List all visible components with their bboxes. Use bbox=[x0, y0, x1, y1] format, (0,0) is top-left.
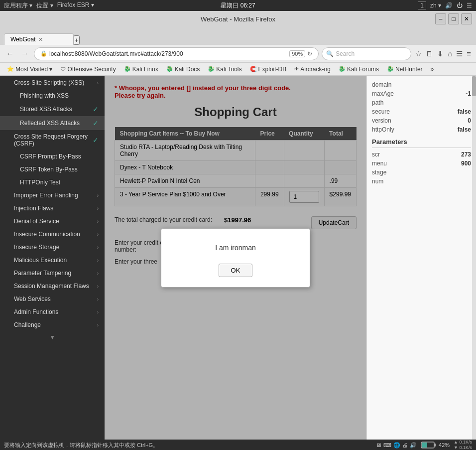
bookmark-label: Kali Tools bbox=[216, 66, 241, 73]
arrow-icon: › bbox=[97, 80, 99, 86]
battery-percent: 42% bbox=[439, 442, 450, 448]
audio-icon[interactable]: 🔊 bbox=[445, 2, 453, 9]
sidebar-item-xss[interactable]: Cross-Site Scripting (XSS) › bbox=[0, 76, 105, 89]
maximize-button[interactable]: □ bbox=[448, 13, 459, 24]
svg-rect-2 bbox=[422, 443, 427, 448]
sidebar-item-improper-error[interactable]: Improper Error Handling › bbox=[0, 189, 105, 202]
sidebar-label: Admin Functions bbox=[14, 308, 58, 315]
nethunter-icon: 🐉 bbox=[387, 66, 394, 72]
url-bar[interactable]: 🔒 localhost:8080/WebGoat/start.mvc#attac… bbox=[34, 47, 319, 60]
scrollbar-thumb[interactable] bbox=[472, 76, 476, 96]
sidebar-item-stored-xss[interactable]: Stored XSS Attacks ✓ bbox=[0, 102, 105, 116]
power-icon[interactable]: ⏻ bbox=[457, 2, 463, 9]
battery-icon bbox=[421, 441, 437, 449]
sidebar-item-param-tampering[interactable]: Parameter Tampering › bbox=[0, 267, 105, 280]
kali-tools-icon: 🐉 bbox=[208, 66, 215, 72]
tab-close-icon[interactable]: ✕ bbox=[38, 36, 43, 43]
sidebar-label: Reflected XSS Attacks bbox=[20, 120, 80, 127]
browser-chrome: WebGoat - Mozilla Firefox – □ ✕ WebGoat … bbox=[0, 11, 476, 76]
sidebar-label: Challenge bbox=[14, 321, 41, 328]
back-button[interactable]: ← bbox=[4, 48, 16, 59]
sidebar-item-admin-functions[interactable]: Admin Functions › bbox=[0, 305, 105, 318]
sidebar-item-insecure-storage[interactable]: Insecure Storage › bbox=[0, 241, 105, 254]
sidebar-label: Cross Site Request Forgery (CSRF) bbox=[14, 133, 93, 147]
more-label: » bbox=[431, 66, 434, 73]
reload-icon[interactable]: ↻ bbox=[307, 50, 312, 57]
new-tab-button[interactable]: + bbox=[74, 35, 80, 45]
os-topbar: 应用程序 ▾ 位置 ▾ Firefox ESR ▾ 星期日 06:27 1 zh… bbox=[0, 0, 476, 11]
kali-docs-icon: 🐉 bbox=[166, 66, 173, 72]
sidebar-label: Denial of Service bbox=[14, 218, 59, 225]
sidebar-item-challenge[interactable]: Challenge › bbox=[0, 318, 105, 331]
printer-icon: 🖨 bbox=[402, 442, 408, 449]
arrow-icon: › bbox=[97, 245, 99, 250]
monitor-icon: 🖥 bbox=[376, 442, 381, 449]
star-icon: ⭐ bbox=[7, 66, 14, 72]
bookmark-kali-docs[interactable]: 🐉 Kali Docs bbox=[163, 65, 203, 74]
sidebar-scroll-down[interactable]: ▾ bbox=[0, 331, 105, 343]
bookmark-exploit-db[interactable]: 🧲 Exploit-DB bbox=[247, 65, 290, 74]
browser-titlebar: WebGoat - Mozilla Firefox – □ ✕ bbox=[0, 11, 476, 27]
language-indicator[interactable]: zh ▾ bbox=[430, 2, 441, 9]
sidebar-item-csrf-token[interactable]: CSRF Token By-Pass bbox=[0, 163, 105, 176]
download-icon[interactable]: ⬇ bbox=[436, 48, 445, 59]
tab-label: WebGoat bbox=[10, 36, 35, 43]
bookmark-star-icon[interactable]: ☆ bbox=[414, 48, 423, 59]
arrow-icon: › bbox=[97, 219, 99, 224]
bookmark-most-visited[interactable]: ⭐ Most Visited ▾ bbox=[4, 65, 55, 74]
modal-overlay: I am ironman OK bbox=[105, 76, 366, 440]
reader-mode-icon[interactable]: 🗒 bbox=[425, 48, 434, 59]
bookmark-kali-tools[interactable]: 🐉 Kali Tools bbox=[205, 65, 244, 74]
tab-webgoat[interactable]: WebGoat ✕ bbox=[4, 33, 74, 45]
pocket-icon[interactable]: ☰ bbox=[455, 48, 464, 59]
panel-field-httponly: httpOnly false bbox=[372, 126, 471, 133]
sidebar-item-malicious-exec[interactable]: Malicious Execution › bbox=[0, 254, 105, 267]
arrow-icon: › bbox=[97, 284, 99, 289]
sidebar-item-csrf[interactable]: Cross Site Request Forgery (CSRF) ✓ bbox=[0, 130, 105, 150]
sidebar-item-dos[interactable]: Denial of Service › bbox=[0, 215, 105, 228]
home-icon[interactable]: ⌂ bbox=[447, 48, 453, 59]
panel-field-secure: secure false bbox=[372, 108, 471, 115]
panel-value: 0 bbox=[468, 117, 471, 124]
secure-icon: 🔒 bbox=[40, 50, 47, 57]
system-menu[interactable]: ☰ bbox=[467, 2, 472, 9]
zoom-level: 90% bbox=[289, 50, 305, 57]
minimize-button[interactable]: – bbox=[435, 13, 446, 24]
nav-icons: ☆ 🗒 ⬇ ⌂ ☰ ≡ bbox=[414, 48, 472, 59]
modal-ok-button[interactable]: OK bbox=[219, 264, 253, 277]
sidebar-item-web-services[interactable]: Web Services › bbox=[0, 293, 105, 305]
net-up: ▲ 0.1K/s bbox=[454, 440, 472, 445]
sidebar-item-httponly[interactable]: HTTPOnly Test bbox=[0, 176, 105, 189]
arrow-icon: › bbox=[97, 232, 99, 237]
menu-icon[interactable]: ≡ bbox=[466, 48, 472, 59]
keyboard-icon: ⌨ bbox=[383, 442, 391, 449]
network-icon: 🌐 bbox=[393, 442, 400, 449]
bookmark-label: Exploit-DB bbox=[258, 66, 287, 73]
arrow-icon: › bbox=[97, 206, 99, 211]
close-button[interactable]: ✕ bbox=[461, 13, 472, 24]
bookmark-nethunter[interactable]: 🐉 NetHunter bbox=[384, 65, 426, 74]
bookmark-kali-forums[interactable]: 🐉 Kali Forums bbox=[336, 65, 382, 74]
sidebar-item-injection[interactable]: Injection Flaws › bbox=[0, 202, 105, 215]
bookmark-aircrack[interactable]: ✈ Aircrack-ng bbox=[291, 65, 334, 74]
sidebar-item-phishing[interactable]: Phishing with XSS bbox=[0, 89, 105, 102]
sidebar-label: Insecure Communication bbox=[14, 231, 80, 238]
panel-key: httpOnly bbox=[372, 126, 394, 133]
arrow-icon: › bbox=[97, 271, 99, 276]
forward-button[interactable]: → bbox=[19, 48, 31, 59]
sidebar-item-csrf-prompt[interactable]: CSRF Prompt By-Pass bbox=[0, 150, 105, 163]
sidebar-item-reflected-xss[interactable]: Reflected XSS Attacks ✓ bbox=[0, 116, 105, 130]
param-value: 273 bbox=[461, 151, 471, 158]
applications-menu[interactable]: 应用程序 ▾ bbox=[4, 1, 32, 10]
firefox-menu[interactable]: Firefox ESR ▾ bbox=[57, 1, 94, 10]
bookmark-label: NetHunter bbox=[395, 66, 423, 73]
bookmark-kali-linux[interactable]: 🐉 Kali Linux bbox=[121, 65, 161, 74]
places-menu[interactable]: 位置 ▾ bbox=[36, 1, 53, 10]
panel-key: version bbox=[372, 117, 391, 124]
bookmark-offensive-security[interactable]: 🛡 Offensive Security bbox=[57, 65, 119, 74]
sidebar-item-insecure-comm[interactable]: Insecure Communication › bbox=[0, 228, 105, 241]
sidebar-item-session-mgmt[interactable]: Session Management Flaws › bbox=[0, 280, 105, 293]
bookmark-more[interactable]: » bbox=[428, 65, 437, 74]
panel-param-scr: scr 273 bbox=[372, 151, 471, 158]
search-bar[interactable]: 🔍 Search bbox=[322, 47, 411, 60]
